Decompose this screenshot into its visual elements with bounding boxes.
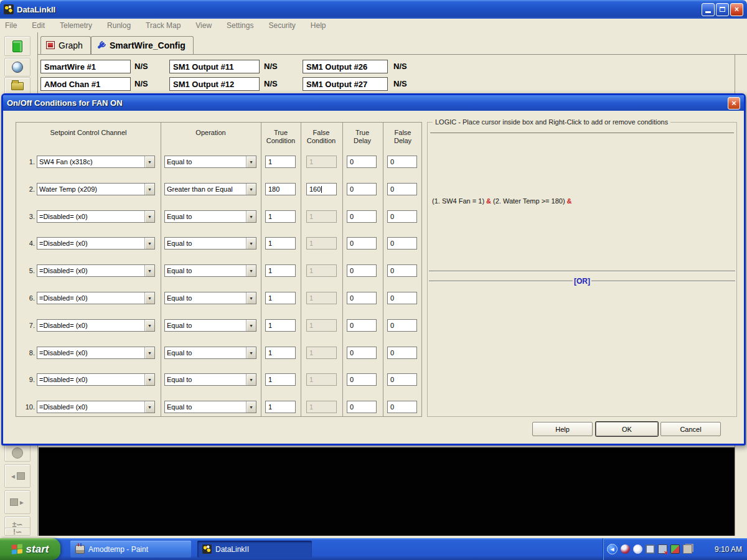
chevron-down-icon[interactable]: ▼ (246, 184, 256, 195)
setpoint-channel-select[interactable]: =Disabled= (x0) ▼ (37, 347, 155, 359)
true-condition-field[interactable]: 1 (265, 373, 296, 386)
menu-item[interactable]: View (195, 21, 212, 30)
setpoint-channel-select[interactable]: =Disabled= (x0) ▼ (37, 401, 155, 413)
operation-select[interactable]: Equal to ▼ (164, 319, 256, 332)
false-condition-field[interactable]: 1 (306, 373, 337, 386)
true-condition-field[interactable]: 180 (265, 183, 296, 195)
channel-cell[interactable]: SmartWire #1 (40, 60, 131, 73)
ok-button[interactable]: OK (596, 422, 658, 436)
new-file-button[interactable] (4, 36, 31, 56)
open-file-button[interactable] (4, 77, 31, 95)
setpoint-channel-select[interactable]: Water Temp (x209) ▼ (37, 183, 155, 195)
menu-item[interactable]: Settings (227, 21, 253, 30)
false-delay-field[interactable]: 0 (387, 292, 417, 304)
false-condition-field[interactable]: 1 (306, 156, 337, 168)
menu-item[interactable]: File (5, 21, 17, 30)
true-delay-field[interactable]: 0 (347, 401, 377, 413)
chevron-down-icon[interactable]: ▼ (246, 156, 256, 167)
true-condition-field[interactable]: 1 (265, 237, 296, 250)
false-condition-field[interactable]: 1 (306, 237, 337, 250)
chevron-down-icon[interactable]: ▼ (246, 292, 256, 304)
true-delay-field[interactable]: 0 (347, 156, 377, 168)
false-delay-field[interactable]: 0 (387, 347, 417, 359)
setpoint-channel-select[interactable]: =Disabled= (x0) ▼ (37, 237, 155, 250)
menu-item[interactable]: Runlog (107, 21, 131, 30)
false-delay-field[interactable]: 0 (387, 156, 417, 168)
false-delay-field[interactable]: 0 (387, 237, 417, 250)
restore-button[interactable] (716, 3, 729, 16)
false-condition-field[interactable]: 1 (306, 319, 337, 332)
true-condition-field[interactable]: 1 (265, 210, 296, 223)
tray-security-icon[interactable] (670, 544, 680, 554)
true-delay-field[interactable]: 0 (347, 347, 377, 359)
chevron-down-icon[interactable]: ▼ (144, 184, 154, 195)
false-delay-field[interactable]: 0 (387, 264, 417, 277)
false-delay-field[interactable]: 0 (387, 183, 417, 195)
setpoint-channel-select[interactable]: =Disabled= (x0) ▼ (37, 319, 155, 332)
channel-cell[interactable]: SM1 Output #26 (303, 60, 388, 73)
true-condition-field[interactable]: 1 (265, 156, 296, 168)
tool-circle-button[interactable] (4, 444, 31, 462)
chevron-down-icon[interactable]: ▼ (144, 292, 154, 304)
operation-select[interactable]: Equal to ▼ (164, 347, 256, 359)
menu-item[interactable]: Telemetry (60, 21, 92, 30)
false-delay-field[interactable]: 0 (387, 401, 417, 413)
logic-box[interactable]: LOGIC - Place cursor inside box and Righ… (427, 122, 737, 417)
mark-lasso-button[interactable]: !∽ (4, 528, 31, 536)
setpoint-channel-select[interactable]: =Disabled= (x0) ▼ (37, 210, 155, 223)
channel-cell[interactable]: SM1 Output #11 (169, 60, 260, 73)
menu-item[interactable]: Edit (32, 21, 45, 30)
dialog-close-button[interactable]: × (728, 97, 740, 110)
chevron-down-icon[interactable]: ▼ (144, 238, 154, 249)
shift-right-button[interactable]: ► (4, 490, 31, 514)
channel-cell[interactable]: AMod Chan #1 (40, 77, 131, 91)
tray-display-icon[interactable] (646, 544, 655, 554)
shift-left-button[interactable]: ◄ (4, 464, 31, 488)
true-condition-field[interactable]: 1 (265, 292, 296, 304)
chevron-down-icon[interactable]: ▼ (246, 211, 256, 222)
chevron-down-icon[interactable]: ▼ (144, 265, 154, 276)
chevron-down-icon[interactable]: ▼ (144, 211, 154, 222)
false-delay-field[interactable]: 0 (387, 319, 417, 332)
channel-cell[interactable]: SM1 Output #27 (303, 77, 388, 91)
false-condition-field[interactable]: 1 (306, 401, 337, 413)
true-delay-field[interactable]: 0 (347, 237, 377, 250)
operation-select[interactable]: Equal to ▼ (164, 237, 256, 250)
chevron-down-icon[interactable]: ▼ (144, 156, 154, 167)
channel-cell[interactable]: SM1 Output #12 (169, 77, 260, 91)
chevron-down-icon[interactable]: ▼ (246, 401, 256, 413)
false-condition-field[interactable]: 1 (306, 347, 337, 359)
operation-select[interactable]: Greater than or Equal ▼ (164, 183, 256, 195)
tab-smartwire-config[interactable]: SmartWire_Config (91, 36, 194, 54)
operation-select[interactable]: Equal to ▼ (164, 401, 256, 413)
true-delay-field[interactable]: 0 (347, 183, 377, 195)
true-condition-field[interactable]: 1 (265, 264, 296, 277)
true-delay-field[interactable]: 0 (347, 292, 377, 304)
operation-select[interactable]: Equal to ▼ (164, 264, 256, 277)
true-delay-field[interactable]: 0 (347, 210, 377, 223)
false-delay-field[interactable]: 0 (387, 373, 417, 386)
taskbar-task-paint[interactable]: Amodtemp - Paint (70, 541, 191, 558)
false-condition-field[interactable]: 1 (306, 264, 337, 277)
start-button[interactable]: start (0, 538, 60, 560)
false-condition-field[interactable]: 160 (306, 183, 337, 195)
true-delay-field[interactable]: 0 (347, 319, 377, 332)
true-condition-field[interactable]: 1 (265, 319, 296, 332)
setpoint-channel-select[interactable]: =Disabled= (x0) ▼ (37, 292, 155, 304)
chevron-down-icon[interactable]: ▼ (144, 374, 154, 385)
true-delay-field[interactable]: 0 (347, 264, 377, 277)
chevron-down-icon[interactable]: ▼ (246, 374, 256, 385)
help-button[interactable]: Help (532, 422, 593, 436)
chevron-down-icon[interactable]: ▼ (144, 401, 154, 413)
false-condition-field[interactable]: 1 (306, 210, 337, 223)
taskbar-task-datalink[interactable]: DataLinkII (197, 541, 312, 558)
tab-graph[interactable]: Graph (40, 36, 91, 54)
menu-item[interactable]: Help (311, 21, 326, 30)
setpoint-channel-select[interactable]: =Disabled= (x0) ▼ (37, 373, 155, 386)
chevron-down-icon[interactable]: ▼ (144, 347, 154, 358)
chevron-down-icon[interactable]: ▼ (246, 238, 256, 249)
telemetry-button[interactable] (4, 58, 31, 77)
tray-network-error-icon[interactable] (658, 544, 667, 554)
menu-item[interactable]: Security (268, 21, 295, 30)
hide-tray-icons-button[interactable]: ◄ (607, 544, 618, 554)
